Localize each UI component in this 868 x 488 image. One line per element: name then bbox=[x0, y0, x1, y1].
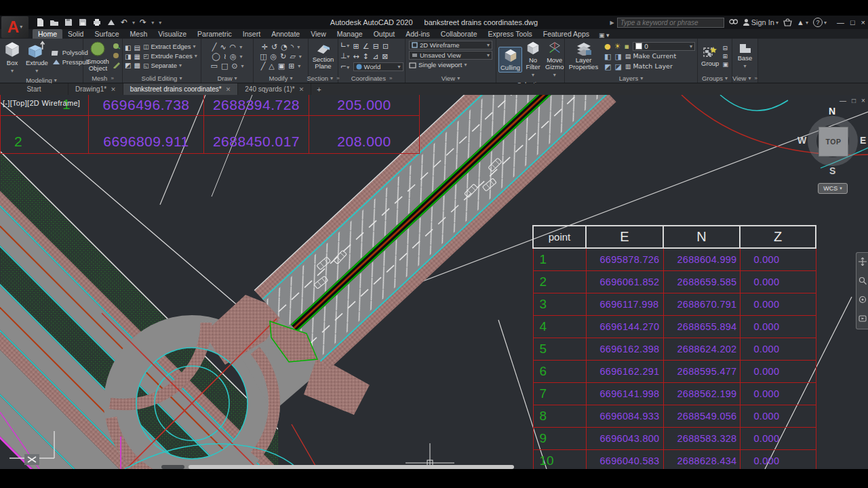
undo-dropdown-icon[interactable]: ▾ bbox=[132, 20, 135, 26]
tab-parametric[interactable]: Parametric bbox=[192, 29, 237, 39]
layer-isolate-icon[interactable]: ◧ bbox=[604, 52, 611, 61]
ucs-object-icon[interactable]: ⊿ bbox=[372, 52, 378, 61]
file-tab-bankstreet[interactable]: bankstreet drains coordinates*✕ bbox=[123, 83, 239, 95]
search-input[interactable] bbox=[617, 18, 724, 28]
tab-visualize[interactable]: Visualize bbox=[153, 29, 192, 39]
array-icon[interactable]: ⊞ bbox=[288, 62, 294, 70]
group-edit-icon[interactable]: ⊞ bbox=[722, 53, 728, 60]
restore-button[interactable]: □ bbox=[852, 97, 856, 104]
viewport-controls-label[interactable]: [-][Top][2D Wireframe] bbox=[3, 99, 80, 107]
mesh-options-icon[interactable] bbox=[113, 62, 121, 70]
viewcube-east[interactable]: E bbox=[860, 135, 866, 146]
panel-label-view[interactable]: View▾ bbox=[406, 74, 496, 83]
no-filter-button[interactable]: No Filter▾ bbox=[524, 40, 542, 79]
tab-overflow-icon[interactable]: ▣ ▾ bbox=[595, 32, 614, 39]
extrude-button[interactable]: Extrude▾ bbox=[24, 40, 50, 75]
app-menu-button[interactable]: A▾ bbox=[1, 16, 28, 38]
new-drawing-tab-button[interactable]: + bbox=[311, 83, 326, 95]
search-collapse-icon[interactable]: ▶ bbox=[610, 20, 614, 26]
tab-featured-apps[interactable]: Featured Apps bbox=[538, 29, 595, 39]
tab-view[interactable]: View bbox=[305, 29, 332, 39]
layer-freeze-icon[interactable]: ◨ bbox=[614, 52, 621, 61]
panel-label-layers[interactable]: Layers▾ bbox=[565, 74, 697, 83]
tab-addins[interactable]: Add-ins bbox=[400, 29, 435, 39]
layer-lock-icon[interactable]: ◪ bbox=[614, 62, 621, 71]
line-icon[interactable]: ╱ bbox=[212, 43, 217, 52]
tab-annotate[interactable]: Annotate bbox=[266, 29, 305, 39]
arc-icon[interactable]: ◠ bbox=[230, 43, 237, 52]
viewcube[interactable]: TOP N S W E bbox=[800, 108, 865, 174]
polygon-icon[interactable]: □ bbox=[221, 62, 228, 70]
circle-icon[interactable]: ◯ bbox=[212, 52, 220, 61]
base-button[interactable]: Base▾ bbox=[736, 42, 754, 70]
autodesk-account-icon[interactable]: ▲▾ bbox=[797, 18, 808, 26]
match-layer-button[interactable]: ▥Match Layer bbox=[625, 62, 673, 70]
horizontal-scrollbar[interactable] bbox=[189, 465, 514, 469]
move-icon[interactable]: ✛ bbox=[262, 43, 268, 52]
panel-label-groups[interactable]: Groups▾ bbox=[698, 74, 732, 83]
help-menu[interactable]: ?▾ bbox=[813, 18, 827, 27]
open-file-button[interactable] bbox=[50, 18, 59, 27]
mesh-refine-icon[interactable] bbox=[113, 43, 121, 51]
viewcube-west[interactable]: W bbox=[797, 135, 806, 146]
panel-label-view-output[interactable]: View▾» bbox=[732, 74, 757, 83]
panel-label-modify[interactable]: Modify▾ bbox=[254, 74, 308, 83]
explode-icon[interactable]: △ bbox=[269, 62, 274, 70]
slice-icon[interactable]: ▤ bbox=[134, 44, 140, 52]
move-gizmo-button[interactable]: Move Gizmo▾ bbox=[544, 40, 565, 79]
tab-collaborate[interactable]: Collaborate bbox=[435, 29, 483, 39]
ucs-x-icon[interactable]: ∠ bbox=[363, 42, 370, 51]
erase-icon[interactable]: ╱ bbox=[261, 62, 266, 70]
qat-customize-icon[interactable]: ▾ bbox=[159, 20, 161, 26]
culling-button[interactable]: Culling bbox=[498, 47, 522, 73]
sign-in-menu[interactable]: Sign In ▾ bbox=[743, 18, 778, 26]
box-button[interactable]: Box▾ bbox=[2, 40, 22, 75]
visual-style-combo[interactable]: 2D Wireframe▾ bbox=[409, 41, 492, 49]
file-tab-start[interactable]: Start bbox=[0, 83, 68, 95]
tab-express-tools[interactable]: Express Tools bbox=[483, 29, 538, 39]
tab-manage[interactable]: Manage bbox=[332, 29, 368, 39]
extrude-faces-button[interactable]: ◰Extrude Faces▾ bbox=[143, 52, 197, 60]
extract-edges-button[interactable]: ◫Extract Edges▾ bbox=[143, 43, 197, 51]
close-button[interactable]: × bbox=[861, 18, 865, 26]
ucs-z-icon[interactable]: ⊡ bbox=[382, 42, 389, 51]
rectangle-icon[interactable]: ▭ bbox=[210, 62, 217, 70]
undo-button[interactable]: ↶ bbox=[121, 18, 127, 27]
mirror-icon[interactable]: ◎ bbox=[271, 52, 277, 61]
trim-icon[interactable]: ◔ bbox=[281, 43, 288, 52]
ucs-origin-icon[interactable]: ⌐▾ bbox=[340, 62, 350, 72]
zoom-icon[interactable] bbox=[859, 277, 867, 286]
ucs-icon[interactable]: ∟▾ bbox=[340, 41, 350, 50]
spline-icon[interactable]: ≀ bbox=[224, 52, 226, 61]
tab-solid[interactable]: Solid bbox=[62, 29, 89, 39]
close-icon[interactable]: ✕ bbox=[226, 86, 231, 93]
hatch-icon[interactable]: ⊙ bbox=[231, 62, 237, 70]
section-plane-button[interactable]: Section Plane bbox=[311, 42, 336, 70]
app-store-icon[interactable] bbox=[783, 18, 792, 26]
file-tab-240sqyards[interactable]: 240 sqyards (1)*✕ bbox=[238, 83, 311, 95]
ungroup-icon[interactable]: ⊟ bbox=[722, 45, 728, 52]
search-icon[interactable] bbox=[729, 18, 738, 26]
offset-icon[interactable]: ▣ bbox=[278, 62, 285, 70]
make-current-button[interactable]: ▤Make Current bbox=[625, 52, 676, 60]
rotate-icon[interactable]: ↺ bbox=[271, 43, 277, 52]
tab-surface[interactable]: Surface bbox=[89, 29, 124, 39]
tab-output[interactable]: Output bbox=[368, 29, 401, 39]
tab-home[interactable]: Home bbox=[33, 29, 62, 39]
ucs-combo[interactable]: World▾ bbox=[353, 62, 403, 71]
named-view-combo[interactable]: Unsaved View▾ bbox=[409, 51, 492, 60]
close-icon[interactable]: ✕ bbox=[299, 86, 304, 93]
ucs-previous-icon[interactable]: ⊥▾ bbox=[340, 52, 350, 61]
wcs-menu-button[interactable]: WCS▾ bbox=[818, 183, 848, 194]
drawing-area[interactable]: 1 [-][Top][2D Wireframe] 6696496.738 268… bbox=[0, 95, 868, 469]
panel-label-section[interactable]: Section▾» bbox=[309, 74, 338, 83]
save-button[interactable] bbox=[64, 18, 73, 27]
panel-label-mesh[interactable]: Mesh» bbox=[83, 74, 122, 83]
group-select-icon[interactable]: ▣ bbox=[722, 61, 728, 68]
hscroll-track-start[interactable] bbox=[161, 465, 184, 469]
panel-label-coordinates[interactable]: Coordinates» bbox=[338, 74, 405, 83]
fillet-icon[interactable]: ◝ bbox=[291, 43, 294, 52]
ucs-y-icon[interactable]: ⊟ bbox=[373, 42, 379, 51]
redo-button[interactable]: ↷ bbox=[140, 18, 146, 27]
layer-thaw-icon[interactable]: ☀ bbox=[614, 42, 621, 51]
